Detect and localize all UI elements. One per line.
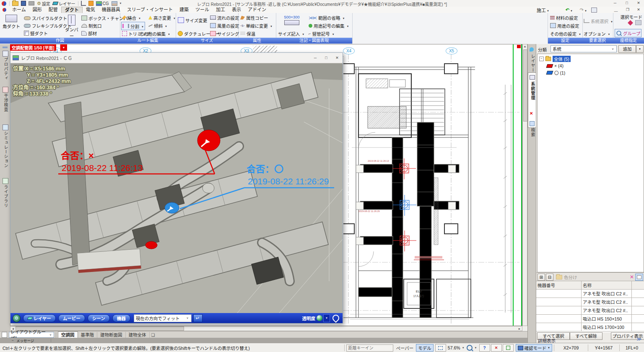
- tree-item-ok[interactable]: 〇 (1): [547, 70, 644, 76]
- minimize-button[interactable]: ─: [610, 0, 621, 6]
- damper-button[interactable]: ダンパー: [64, 14, 80, 37]
- right-tab-keito[interactable]: 系統管理: [530, 82, 536, 100]
- tab-denki[interactable]: 電気: [83, 7, 99, 13]
- zoom-dropdown-icon[interactable]: ▼: [462, 347, 465, 349]
- tab-hyoji[interactable]: 表示: [229, 7, 244, 13]
- view-label-dropdown[interactable]: ▼: [60, 44, 67, 51]
- add-select-icon[interactable]: [628, 20, 633, 26]
- cg-kiki-button[interactable]: 機器: [112, 314, 130, 322]
- yoto-kigo-button[interactable]: 用途記号の編集: [308, 22, 350, 29]
- pin-icon[interactable]: [331, 313, 341, 323]
- distance-input[interactable]: [346, 344, 393, 352]
- tab-addin[interactable]: アドイン: [244, 7, 270, 13]
- keisha-button[interactable]: 傾斜: [148, 22, 168, 29]
- cg-title-bar[interactable]: レブロ Rebro2021 - ＣＧ ─ □ ✕: [10, 53, 343, 63]
- cg-maximize-button[interactable]: □: [321, 55, 332, 61]
- cg-layer-button[interactable]: レイヤー: [23, 314, 56, 322]
- tab-haikan[interactable]: 配管: [45, 7, 61, 13]
- table-cell[interactable]: アネモ型 吹出口 C2 #..: [582, 306, 632, 315]
- airflow-setting-button[interactable]: 風量の設定: [209, 22, 240, 29]
- table-cell[interactable]: [632, 306, 644, 315]
- right-tab-kensaku[interactable]: 検索: [530, 128, 536, 137]
- fit-view-icon[interactable]: [435, 344, 446, 352]
- table-cell[interactable]: 吸込口 HS 150×150: [582, 315, 632, 323]
- redo-button[interactable]: ↷: [580, 7, 587, 13]
- element-confirm-icon[interactable]: ?: [479, 344, 490, 352]
- app-menu-icon[interactable]: [3, 8, 6, 12]
- model-toggle[interactable]: モデル: [416, 344, 434, 352]
- left-tab-library[interactable]: ライブラリ: [3, 185, 9, 208]
- page-swap-icon[interactable]: [503, 344, 514, 352]
- size-tag-button[interactable]: 500×300: [279, 15, 304, 26]
- cg-scene-button[interactable]: シーン: [88, 314, 110, 322]
- cg-settings-gear-icon[interactable]: ⚙: [13, 314, 21, 322]
- flow-setting-button[interactable]: 流れの設定: [209, 14, 240, 21]
- tateduct-button[interactable]: 竪ダクト: [23, 29, 49, 37]
- size-kinyu-button[interactable]: サイズ記入: [277, 30, 305, 37]
- mdi-minimize-button[interactable]: ＿: [611, 7, 621, 13]
- cg-transparency-button[interactable]: 透明度: [302, 315, 323, 321]
- sheet-tab-kijunkai[interactable]: 基準階: [78, 332, 98, 338]
- option-button[interactable]: オプション: [583, 30, 611, 37]
- bunkatsu-button[interactable]: 分割: [121, 22, 145, 30]
- scroll-up-icon[interactable]: ▲: [523, 45, 527, 48]
- group-select-button[interactable]: グループ: [615, 29, 641, 37]
- material-setting-button[interactable]: 材料の設定: [549, 14, 579, 21]
- floor-plan[interactable]: 2019-08-22 11:26:13 2019-08-22 11:26:29 …: [343, 44, 523, 326]
- table-cell[interactable]: [536, 315, 582, 323]
- tab-kako[interactable]: 加工: [213, 7, 229, 13]
- table-cell[interactable]: [632, 290, 644, 298]
- seikiko-button[interactable]: 制気口: [80, 22, 103, 29]
- left-tab-property[interactable]: プロパティ: [3, 57, 9, 80]
- undo-button[interactable]: ↶: [566, 7, 573, 13]
- keito-close-icon[interactable]: ✕: [530, 111, 533, 116]
- mdi-close-button[interactable]: ✕: [634, 7, 643, 13]
- table-cell[interactable]: アネモ型 吹出口 C2 #..: [582, 290, 632, 298]
- add-dropdown-button[interactable]: ▼: [636, 45, 644, 53]
- zoom-level[interactable]: 57.6%: [448, 345, 460, 350]
- left-tab-simulation[interactable]: シミュレーション: [3, 131, 9, 168]
- table-cell[interactable]: アネモ型 吹出口 C2 #..: [582, 298, 632, 306]
- right-tab-layer[interactable]: レイヤー: [530, 54, 536, 72]
- detail-expand-icon[interactable]: ≫: [636, 336, 641, 342]
- kakuduct-button[interactable]: 角ダクト: [1, 14, 22, 37]
- collapse-message-icon[interactable]: −: [12, 338, 14, 342]
- table-cell[interactable]: [536, 290, 582, 298]
- tree-root-label[interactable]: 全体 (5): [553, 56, 571, 62]
- maximize-button[interactable]: □: [621, 0, 632, 6]
- paper-toggle[interactable]: ペーパー: [396, 345, 413, 351]
- new-sheet-button[interactable]: ❏: [151, 333, 155, 337]
- sheet-tab-danmen[interactable]: 建物断面図: [97, 332, 126, 338]
- tab-kenchiku[interactable]: 建築: [176, 7, 192, 13]
- tatekan-button[interactable]: ⌐ 竪管記号: [308, 30, 335, 37]
- canvas-vscrollbar[interactable]: ▲: [522, 44, 527, 326]
- yoto-setting-button[interactable]: 用途の設定: [549, 22, 580, 29]
- size-change-button[interactable]: サイズ変更: [177, 16, 208, 24]
- tab-home[interactable]: ホーム: [9, 7, 29, 13]
- close-button[interactable]: ✕: [633, 0, 644, 6]
- transparency-dropdown[interactable]: ▼: [323, 314, 330, 322]
- mdi-restore-button[interactable]: ❐: [623, 7, 632, 13]
- cascade-windows-icon[interactable]: [591, 8, 597, 13]
- table-cell[interactable]: [536, 323, 582, 331]
- sizing-button[interactable]: サイジング: [209, 30, 240, 37]
- canvas-hscrollbar[interactable]: ◄ ►: [10, 326, 522, 331]
- view-label[interactable]: 空調配管図 1/50 [平面]: [10, 44, 56, 51]
- cg-movie-button[interactable]: ムービー: [58, 314, 85, 322]
- scroll-right-icon[interactable]: ►: [517, 327, 522, 330]
- tree-collapse-icon[interactable]: −: [539, 57, 544, 61]
- spiral-duct-button[interactable]: スパイラルダクト: [23, 14, 68, 22]
- tab-tool[interactable]: ツール: [192, 7, 213, 13]
- single-line-button[interactable]: -s- 単線に変更: [239, 22, 273, 29]
- hani-button[interactable]: ⋊⋉ 範囲の省略: [308, 14, 345, 21]
- other-setting-button[interactable]: その他の設定: [549, 30, 582, 37]
- cg-viewport[interactable]: 合否：× 2019-08-22 11:26:13 合否：〇 2019-08-22…: [10, 63, 343, 313]
- table-cell[interactable]: [632, 298, 644, 306]
- tab-kiki[interactable]: 機器器具: [99, 7, 124, 13]
- remove-select-icon[interactable]: [635, 20, 641, 25]
- confirm-mode-button[interactable]: 確認モード ▼: [516, 344, 552, 352]
- tree-root-row[interactable]: − 全体 (5): [539, 56, 644, 62]
- cg-fit-select[interactable]: 現在の方向でフィット ∨: [134, 314, 192, 322]
- tab-duct[interactable]: ダクト: [61, 7, 83, 13]
- collapse-all-button[interactable]: ⊟: [546, 274, 553, 281]
